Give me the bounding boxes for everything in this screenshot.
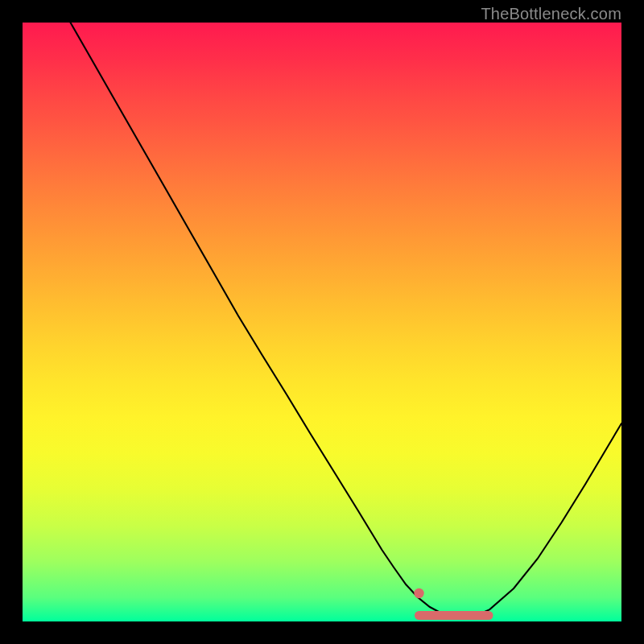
chart-svg: [23, 23, 621, 621]
attribution-text: TheBottleneck.com: [481, 5, 621, 23]
plot-area: [23, 23, 621, 621]
curve-group: [71, 23, 622, 617]
chart-frame: TheBottleneck.com: [0, 0, 644, 644]
main-curve: [71, 23, 622, 617]
valley-dot-icon: [414, 588, 423, 598]
